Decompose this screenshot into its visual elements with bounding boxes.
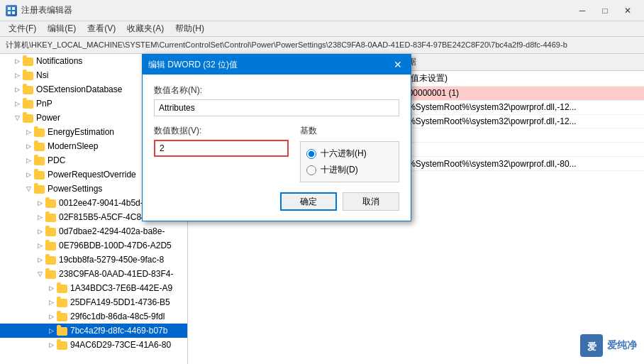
- watermark-text: 爱纯净: [607, 339, 637, 352]
- radio-hex-input[interactable]: [306, 149, 316, 159]
- folder-icon-pnp: [23, 99, 34, 109]
- radio-hex-label: 十六进制(H): [321, 148, 367, 160]
- folder-icon-key29: [57, 311, 68, 321]
- folder-icon-pdc: [34, 155, 45, 165]
- tree-item-key238[interactable]: ▽ 238C9FA8-0AAD-41ED-83F4-: [0, 267, 187, 281]
- menu-favorites[interactable]: 收藏夹(A): [121, 21, 170, 36]
- window-controls: ─ □ ✕: [572, 3, 638, 18]
- cell-data: @%SystemRoot%\system32\powrprof.dll,-12.…: [394, 114, 644, 128]
- col-data: 数据: [394, 54, 644, 71]
- dialog-left: 数值数据(V):: [154, 125, 289, 182]
- dialog-title: 编辑 DWORD (32 位)值: [148, 59, 238, 71]
- toggle-powersettings: ▽: [23, 183, 34, 194]
- tree-label-key4: 0E796BDB-100D-47D6-A2D5: [59, 241, 172, 250]
- folder-icon-powersettings: [34, 184, 45, 194]
- toggle-modernsleep: ▷: [23, 140, 34, 152]
- tree-item-key25[interactable]: ▷ 25DFA149-5DD1-4736-B5: [0, 295, 187, 309]
- svg-text:爱: 爱: [587, 341, 596, 352]
- folder-icon-key25: [57, 297, 68, 307]
- address-bar: 计算机\HKEY_LOCAL_MACHINE\SYSTEM\CurrentCon…: [0, 37, 644, 54]
- cancel-button[interactable]: 取消: [343, 192, 399, 211]
- tree-label-powersettings: PowerSettings: [48, 184, 102, 194]
- close-button[interactable]: ✕: [617, 3, 638, 18]
- toggle-notifications: ▷: [11, 55, 23, 67]
- folder-icon: [23, 56, 34, 66]
- dialog-title-bar: 编辑 DWORD (32 位)值 ✕: [143, 55, 411, 75]
- toggle-key5: ▷: [34, 254, 45, 265]
- svg-rect-2: [8, 11, 11, 14]
- minimize-button[interactable]: ─: [572, 3, 593, 18]
- title-bar: 注册表编辑器 ─ □ ✕: [0, 0, 644, 21]
- dialog-row: 数值数据(V): 基数 十六进制(H) 十进制(D): [154, 125, 399, 182]
- ok-button[interactable]: 确定: [280, 192, 337, 211]
- toggle-key1a: ▷: [45, 282, 57, 294]
- maximize-button[interactable]: □: [594, 3, 616, 18]
- tree-label-key238: 238C9FA8-0AAD-41ED-83F4-: [59, 269, 173, 279]
- folder-icon-key238: [45, 269, 57, 279]
- toggle-pdc: ▷: [23, 155, 34, 166]
- folder-icon-key1a: [57, 283, 68, 293]
- folder-icon-nsi: [23, 70, 34, 80]
- value-input[interactable]: [154, 140, 289, 157]
- tree-label-key5: 19cbb8fa-5279-450e-9fac-8: [59, 255, 164, 265]
- name-input[interactable]: [154, 99, 399, 116]
- toggle-key4: ▷: [34, 240, 45, 251]
- svg-rect-3: [12, 11, 15, 14]
- tree-label-powerrequestoverride: PowerRequestOverride: [48, 170, 136, 180]
- toggle-pnp: ▷: [11, 98, 23, 109]
- radio-hex[interactable]: 十六进制(H): [306, 148, 393, 160]
- cell-data: @%SystemRoot%\system32\powrprof.dll,-80.…: [394, 157, 644, 171]
- tree-item-key3[interactable]: ▷ 0d7dbae2-4294-402a-ba8e-: [0, 224, 187, 238]
- menu-bar: 文件(F) 编辑(E) 查看(V) 收藏夹(A) 帮助(H): [0, 21, 644, 37]
- folder-icon-key2: [45, 212, 57, 222]
- toggle-energyestimation: ▷: [23, 126, 34, 138]
- dialog-buttons: 确定 取消: [154, 192, 399, 211]
- cell-data: 0x00000001 (1): [394, 87, 644, 101]
- value-label: 数值数据(V):: [154, 125, 289, 137]
- tree-item-key5[interactable]: ▷ 19cbb8fa-5279-450e-9fac-8: [0, 253, 187, 267]
- folder-icon-key4: [45, 241, 57, 250]
- tree-label-energyestimation: EnergyEstimation: [48, 127, 114, 137]
- app-icon: [6, 5, 17, 16]
- tree-item-key7b[interactable]: ▷ 7bc4a2f9-d8fc-4469-b07b: [0, 324, 187, 338]
- toggle-key7b: ▷: [45, 325, 57, 336]
- menu-view[interactable]: 查看(V): [82, 21, 121, 36]
- tree-item-key94[interactable]: ▷ 94AC6D29-73CE-41A6-80: [0, 338, 187, 352]
- toggle-key25: ▷: [45, 297, 57, 308]
- folder-icon-key1: [45, 198, 57, 208]
- svg-rect-0: [8, 7, 11, 10]
- tree-label-key25: 25DFA149-5DD1-4736-B5: [70, 297, 170, 307]
- watermark-logo: 爱: [580, 334, 603, 357]
- radio-dec[interactable]: 十进制(D): [306, 164, 393, 176]
- base-radio-group: 十六进制(H) 十进制(D): [300, 141, 399, 182]
- toggle-key29: ▷: [45, 311, 57, 322]
- toggle-key238: ▽: [34, 268, 45, 280]
- menu-edit[interactable]: 编辑(E): [42, 21, 82, 36]
- toggle-powerrequestoverride: ▷: [23, 169, 34, 180]
- watermark: 爱 爱纯净: [580, 334, 637, 357]
- app-title: 注册表编辑器: [21, 4, 72, 16]
- tree-label-nsi: Nsi: [36, 70, 48, 80]
- tree-label-key1a: 1A34BDC3-7E6B-442E-A9: [70, 283, 172, 293]
- folder-icon-key5: [45, 255, 57, 265]
- menu-file[interactable]: 文件(F): [3, 21, 42, 36]
- cell-data: [394, 143, 644, 157]
- tree-label-key29: 29f6c1db-86da-48c5-9fdl: [70, 311, 165, 321]
- tree-item-key29[interactable]: ▷ 29f6c1db-86da-48c5-9fdl: [0, 309, 187, 324]
- tree-label-notifications: Notifications: [36, 56, 82, 66]
- folder-icon-energy: [34, 127, 45, 137]
- radio-dec-input[interactable]: [306, 165, 316, 175]
- tree-item-key4[interactable]: ▷ 0E796BDB-100D-47D6-A2D5: [0, 238, 187, 253]
- folder-icon-osextension: [23, 84, 34, 94]
- toggle-osextension: ▷: [11, 84, 23, 95]
- edit-dword-dialog: 编辑 DWORD (32 位)值 ✕ 数值名称(N): 数值数据(V): 基数 …: [142, 54, 411, 221]
- toggle-key2: ▷: [34, 211, 45, 223]
- toggle-key94: ▷: [45, 339, 57, 351]
- toggle-key3: ▷: [34, 226, 45, 237]
- tree-item-key1a[interactable]: ▷ 1A34BDC3-7E6B-442E-A9: [0, 281, 187, 295]
- base-label: 基数: [300, 125, 399, 137]
- menu-help[interactable]: 帮助(H): [170, 21, 210, 36]
- dialog-close-button[interactable]: ✕: [391, 57, 405, 72]
- dialog-body: 数值名称(N): 数值数据(V): 基数 十六进制(H) 十进制(D): [143, 75, 411, 221]
- tree-label-power: Power: [36, 113, 60, 123]
